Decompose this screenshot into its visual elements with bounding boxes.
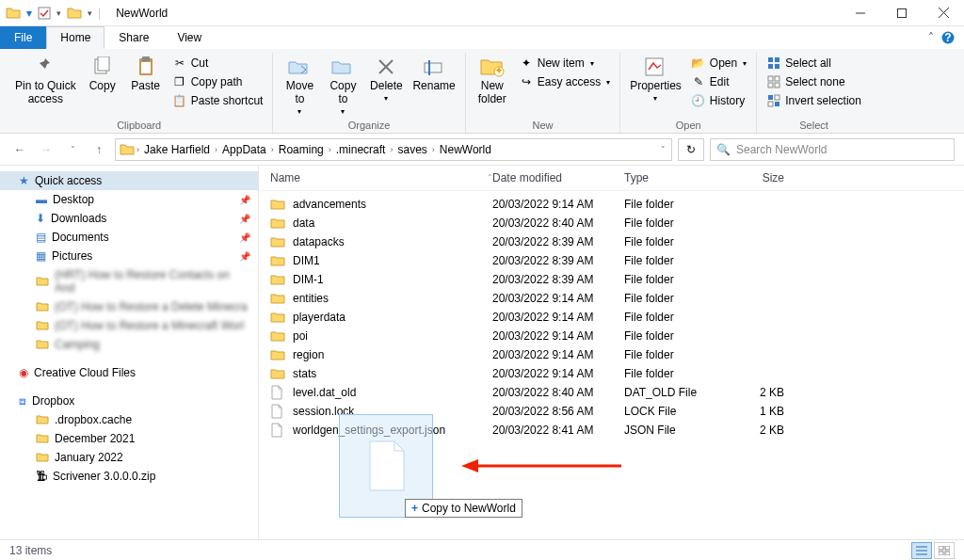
refresh-button[interactable]: ↻: [678, 138, 704, 161]
file-type: File folder: [624, 292, 728, 305]
copy-path-button[interactable]: ❐Copy path: [169, 73, 267, 90]
move-to-button[interactable]: Move to▾: [279, 53, 320, 118]
copy-button[interactable]: Copy: [82, 53, 123, 95]
file-row[interactable]: level.dat_old20/03/2022 8:40 AMDAT_OLD F…: [270, 383, 955, 402]
svg-rect-30: [768, 102, 773, 106]
file-date: 20/03/2022 9:14 AM: [492, 292, 624, 305]
file-row[interactable]: entities20/03/2022 9:14 AMFile folder: [270, 289, 955, 308]
nav-desktop[interactable]: ▬Desktop📌: [0, 190, 258, 209]
select-none-button[interactable]: Select none: [763, 73, 865, 90]
rename-button[interactable]: Rename: [409, 53, 458, 95]
svg-rect-14: [425, 63, 442, 72]
folder-icon: [270, 292, 285, 305]
collapse-ribbon-icon[interactable]: ˄: [928, 31, 934, 44]
address-dropdown[interactable]: ˅: [655, 145, 671, 154]
nav-folder[interactable]: Camping: [0, 335, 258, 354]
file-row[interactable]: poi20/03/2022 9:14 AMFile folder: [270, 327, 955, 345]
folder-icon: [270, 198, 285, 211]
qat-checkbox-icon[interactable]: [38, 7, 51, 20]
close-button[interactable]: [923, 0, 964, 26]
pin-icon: [32, 55, 58, 79]
group-label: New: [532, 118, 553, 133]
minimize-button[interactable]: [840, 0, 881, 26]
navigation-pane[interactable]: ★Quick access ▬Desktop📌 ⬇Downloads📌 ▤Doc…: [0, 166, 259, 539]
col-date[interactable]: Date modified: [492, 171, 624, 184]
file-date: 20/03/2022 8:39 AM: [492, 235, 624, 248]
nav-file[interactable]: 🗜Scrivener 3.0.0.0.zip: [0, 467, 258, 486]
svg-rect-24: [775, 76, 779, 81]
nav-documents[interactable]: ▤Documents📌: [0, 228, 258, 247]
qat-properties-icon[interactable]: ▾: [26, 7, 32, 20]
folder-icon: [270, 216, 285, 230]
file-date: 20/03/2022 9:14 AM: [492, 329, 624, 343]
file-row[interactable]: datapacks20/03/2022 8:39 AMFile folder: [270, 232, 955, 251]
breadcrumb-item[interactable]: .minecraft: [333, 143, 389, 156]
forward-button[interactable]: →: [36, 139, 56, 160]
annotation-arrow: [461, 456, 621, 475]
tab-share[interactable]: Share: [104, 26, 163, 49]
nav-folder[interactable]: January 2022: [0, 448, 258, 467]
breadcrumb-item[interactable]: Jake Harfield: [141, 143, 213, 156]
nav-folder[interactable]: (HRT) How to Restore Contacts on And: [0, 265, 258, 297]
view-icons-button[interactable]: [934, 542, 955, 559]
file-row[interactable]: region20/03/2022 9:14 AMFile folder: [270, 345, 955, 364]
file-row[interactable]: DIM-120/03/2022 8:39 AMFile folder: [270, 270, 955, 289]
breadcrumb-item[interactable]: Roaming: [276, 143, 327, 156]
qat-dropdown-icon[interactable]: ▾: [56, 8, 61, 18]
file-type: File folder: [624, 235, 728, 248]
view-details-button[interactable]: [911, 542, 932, 559]
file-name: poi: [293, 329, 492, 343]
breadcrumb-item[interactable]: saves: [394, 143, 429, 156]
properties-button[interactable]: Properties▾: [626, 53, 685, 104]
col-size[interactable]: Size: [728, 171, 784, 184]
file-row[interactable]: stats20/03/2022 9:14 AMFile folder: [270, 364, 955, 383]
invert-selection-button[interactable]: Invert selection: [763, 92, 865, 109]
nav-creative-cloud[interactable]: ◉Creative Cloud Files: [0, 363, 258, 382]
nav-downloads[interactable]: ⬇Downloads📌: [0, 209, 258, 228]
open-button[interactable]: 📂Open▾: [687, 55, 750, 72]
nav-folder[interactable]: .dropbox.cache: [0, 410, 258, 429]
nav-folder[interactable]: December 2021: [0, 429, 258, 448]
up-button[interactable]: ↑: [88, 139, 109, 160]
col-name[interactable]: Name˄: [270, 171, 492, 184]
file-row[interactable]: advancements20/03/2022 9:14 AMFile folde…: [270, 195, 955, 214]
paste-shortcut-button[interactable]: 📋Paste shortcut: [169, 92, 267, 109]
nav-folder[interactable]: (OT) How to Restore a Delete Minecra: [0, 297, 258, 316]
help-icon[interactable]: ?: [941, 31, 955, 44]
copy-to-button[interactable]: Copy to▾: [322, 53, 363, 118]
nav-pictures[interactable]: ▦Pictures📌: [0, 247, 258, 265]
search-box[interactable]: 🔍 Search NewWorld: [710, 138, 955, 161]
paste-button[interactable]: Paste: [125, 53, 167, 95]
pin-quick-access-button[interactable]: Pin to Quick access: [11, 53, 80, 108]
file-type: File folder: [624, 273, 728, 286]
select-all-button[interactable]: Select all: [763, 55, 865, 72]
tab-home[interactable]: Home: [46, 26, 104, 49]
svg-rect-18: [646, 58, 663, 75]
col-type[interactable]: Type: [624, 171, 728, 184]
nav-folder[interactable]: (OT) How to Restore a Minecraft Worl: [0, 316, 258, 335]
file-row[interactable]: data20/03/2022 8:40 AMFile folder: [270, 214, 955, 232]
nav-quick-access[interactable]: ★Quick access: [0, 171, 258, 190]
easy-access-button[interactable]: ↪Easy access▾: [515, 73, 614, 90]
file-row[interactable]: playerdata20/03/2022 9:14 AMFile folder: [270, 308, 955, 327]
file-name: DIM1: [293, 254, 492, 267]
new-item-button[interactable]: ✦New item▾: [515, 55, 614, 72]
new-folder-button[interactable]: ✦New folder: [472, 53, 513, 108]
nav-dropbox[interactable]: ⧈Dropbox: [0, 392, 258, 410]
delete-button[interactable]: Delete▾: [365, 53, 407, 104]
cut-button[interactable]: ✂Cut: [169, 55, 267, 72]
maximize-button[interactable]: [881, 0, 923, 26]
breadcrumb-item[interactable]: NewWorld: [437, 143, 494, 156]
file-row[interactable]: DIM120/03/2022 8:39 AMFile folder: [270, 251, 955, 270]
history-button[interactable]: 🕘History: [687, 92, 750, 109]
breadcrumb-item[interactable]: AppData: [219, 143, 269, 156]
svg-rect-0: [39, 8, 50, 19]
address-bar[interactable]: › Jake Harfield› AppData› Roaming› .mine…: [115, 138, 672, 161]
back-button[interactable]: ←: [9, 139, 30, 160]
svg-marker-32: [461, 459, 478, 472]
recent-dropdown[interactable]: ˅: [62, 139, 83, 160]
folder-icon: [6, 6, 21, 21]
tab-view[interactable]: View: [163, 26, 216, 49]
edit-button[interactable]: ✎Edit: [687, 73, 750, 90]
tab-file[interactable]: File: [0, 26, 46, 49]
